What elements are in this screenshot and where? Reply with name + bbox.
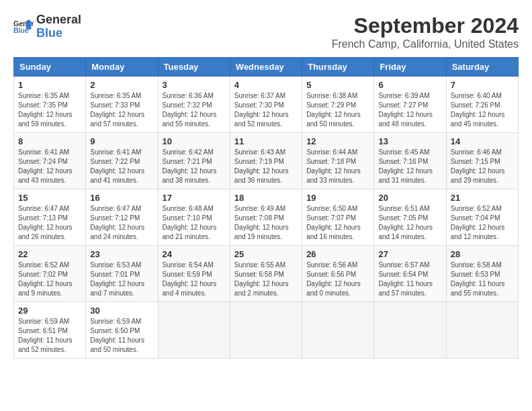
day-number: 10 xyxy=(163,136,226,146)
table-row xyxy=(374,302,446,359)
day-number: 18 xyxy=(234,193,298,203)
day-number: 6 xyxy=(378,80,441,90)
day-number: 29 xyxy=(18,306,81,316)
day-info: Sunrise: 6:59 AM Sunset: 6:50 PM Dayligh… xyxy=(90,317,153,355)
logo-line2: Blue xyxy=(36,27,81,40)
day-number: 1 xyxy=(18,80,81,90)
day-number: 9 xyxy=(90,136,153,146)
day-info: Sunrise: 6:44 AM Sunset: 7:18 PM Dayligh… xyxy=(306,148,369,185)
col-wednesday: Wednesday xyxy=(230,58,302,77)
table-row: 10 Sunrise: 6:42 AM Sunset: 7:21 PM Dayl… xyxy=(158,133,230,189)
table-row: 4 Sunrise: 6:37 AM Sunset: 7:30 PM Dayli… xyxy=(230,77,302,133)
day-info: Sunrise: 6:54 AM Sunset: 6:59 PM Dayligh… xyxy=(163,261,226,298)
day-info: Sunrise: 6:48 AM Sunset: 7:10 PM Dayligh… xyxy=(163,204,226,242)
table-row: 19 Sunrise: 6:50 AM Sunset: 7:07 PM Dayl… xyxy=(302,189,374,246)
table-row: 2 Sunrise: 6:35 AM Sunset: 7:33 PM Dayli… xyxy=(86,77,158,133)
day-info: Sunrise: 6:35 AM Sunset: 7:33 PM Dayligh… xyxy=(90,91,153,129)
table-row: 15 Sunrise: 6:47 AM Sunset: 7:13 PM Dayl… xyxy=(14,189,86,246)
day-info: Sunrise: 6:55 AM Sunset: 6:58 PM Dayligh… xyxy=(234,261,298,298)
table-row: 28 Sunrise: 6:58 AM Sunset: 6:53 PM Dayl… xyxy=(446,246,518,302)
day-info: Sunrise: 6:40 AM Sunset: 7:26 PM Dayligh… xyxy=(451,91,514,129)
table-row: 30 Sunrise: 6:59 AM Sunset: 6:50 PM Dayl… xyxy=(86,302,158,359)
table-row: 6 Sunrise: 6:39 AM Sunset: 7:27 PM Dayli… xyxy=(374,77,446,133)
day-number: 7 xyxy=(451,80,514,90)
table-row: 3 Sunrise: 6:36 AM Sunset: 7:32 PM Dayli… xyxy=(158,77,230,133)
day-number: 2 xyxy=(90,80,153,90)
table-row xyxy=(230,302,302,359)
table-row: 21 Sunrise: 6:52 AM Sunset: 7:04 PM Dayl… xyxy=(446,189,518,246)
day-info: Sunrise: 6:45 AM Sunset: 7:16 PM Dayligh… xyxy=(378,148,441,185)
logo-line1: General xyxy=(36,13,81,27)
table-row: 29 Sunrise: 6:59 AM Sunset: 6:51 PM Dayl… xyxy=(14,302,86,359)
day-number: 3 xyxy=(163,80,226,90)
logo: General Blue General Blue xyxy=(13,13,81,40)
table-row: 23 Sunrise: 6:53 AM Sunset: 7:01 PM Dayl… xyxy=(86,246,158,302)
table-row: 12 Sunrise: 6:44 AM Sunset: 7:18 PM Dayl… xyxy=(302,133,374,189)
day-number: 28 xyxy=(451,249,514,259)
day-number: 16 xyxy=(90,193,153,203)
day-number: 13 xyxy=(378,136,441,146)
day-number: 21 xyxy=(451,193,514,203)
day-info: Sunrise: 6:39 AM Sunset: 7:27 PM Dayligh… xyxy=(378,91,441,129)
day-info: Sunrise: 6:53 AM Sunset: 7:01 PM Dayligh… xyxy=(90,261,153,298)
day-info: Sunrise: 6:41 AM Sunset: 7:22 PM Dayligh… xyxy=(90,148,153,185)
day-number: 11 xyxy=(234,136,298,146)
col-thursday: Thursday xyxy=(302,58,374,77)
day-info: Sunrise: 6:41 AM Sunset: 7:24 PM Dayligh… xyxy=(18,148,81,185)
table-row: 20 Sunrise: 6:51 AM Sunset: 7:05 PM Dayl… xyxy=(374,189,446,246)
day-info: Sunrise: 6:58 AM Sunset: 6:53 PM Dayligh… xyxy=(451,261,514,298)
table-row: 13 Sunrise: 6:45 AM Sunset: 7:16 PM Dayl… xyxy=(374,133,446,189)
table-row xyxy=(446,302,518,359)
day-number: 15 xyxy=(18,193,81,203)
table-row xyxy=(158,302,230,359)
table-row: 14 Sunrise: 6:46 AM Sunset: 7:15 PM Dayl… xyxy=(446,133,518,189)
col-sunday: Sunday xyxy=(14,58,86,77)
day-number: 17 xyxy=(163,193,226,203)
day-info: Sunrise: 6:49 AM Sunset: 7:08 PM Dayligh… xyxy=(234,204,298,242)
calendar-row: 8 Sunrise: 6:41 AM Sunset: 7:24 PM Dayli… xyxy=(14,133,519,189)
day-info: Sunrise: 6:57 AM Sunset: 6:54 PM Dayligh… xyxy=(378,261,441,298)
day-number: 27 xyxy=(378,249,441,259)
col-friday: Friday xyxy=(374,58,446,77)
day-number: 4 xyxy=(234,80,298,90)
day-info: Sunrise: 6:37 AM Sunset: 7:30 PM Dayligh… xyxy=(234,91,298,129)
day-number: 14 xyxy=(451,136,514,146)
logo-text: General Blue xyxy=(36,13,81,40)
day-number: 25 xyxy=(234,249,298,259)
table-row: 11 Sunrise: 6:43 AM Sunset: 7:19 PM Dayl… xyxy=(230,133,302,189)
day-info: Sunrise: 6:56 AM Sunset: 6:56 PM Dayligh… xyxy=(306,261,369,298)
day-info: Sunrise: 6:52 AM Sunset: 7:04 PM Dayligh… xyxy=(451,204,514,242)
page-subtitle: French Camp, California, United States xyxy=(332,38,519,50)
day-info: Sunrise: 6:50 AM Sunset: 7:07 PM Dayligh… xyxy=(306,204,369,242)
table-row: 22 Sunrise: 6:52 AM Sunset: 7:02 PM Dayl… xyxy=(14,246,86,302)
table-row: 17 Sunrise: 6:48 AM Sunset: 7:10 PM Dayl… xyxy=(158,189,230,246)
day-info: Sunrise: 6:38 AM Sunset: 7:29 PM Dayligh… xyxy=(306,91,369,129)
col-saturday: Saturday xyxy=(446,58,518,77)
day-info: Sunrise: 6:43 AM Sunset: 7:19 PM Dayligh… xyxy=(234,148,298,185)
calendar-row: 22 Sunrise: 6:52 AM Sunset: 7:02 PM Dayl… xyxy=(14,246,519,302)
calendar-row: 29 Sunrise: 6:59 AM Sunset: 6:51 PM Dayl… xyxy=(14,302,519,359)
header: General Blue General Blue September 2024… xyxy=(13,13,519,50)
day-number: 19 xyxy=(306,193,369,203)
day-info: Sunrise: 6:51 AM Sunset: 7:05 PM Dayligh… xyxy=(378,204,441,242)
page-title: September 2024 xyxy=(332,13,519,38)
table-row: 16 Sunrise: 6:47 AM Sunset: 7:12 PM Dayl… xyxy=(86,189,158,246)
title-area: September 2024 French Camp, California, … xyxy=(332,13,519,50)
calendar-row: 15 Sunrise: 6:47 AM Sunset: 7:13 PM Dayl… xyxy=(14,189,519,246)
day-info: Sunrise: 6:59 AM Sunset: 6:51 PM Dayligh… xyxy=(18,317,81,355)
calendar-header-row: Sunday Monday Tuesday Wednesday Thursday… xyxy=(14,58,519,77)
calendar-row: 1 Sunrise: 6:35 AM Sunset: 7:35 PM Dayli… xyxy=(14,77,519,133)
table-row: 9 Sunrise: 6:41 AM Sunset: 7:22 PM Dayli… xyxy=(86,133,158,189)
table-row: 1 Sunrise: 6:35 AM Sunset: 7:35 PM Dayli… xyxy=(14,77,86,133)
table-row: 27 Sunrise: 6:57 AM Sunset: 6:54 PM Dayl… xyxy=(374,246,446,302)
col-tuesday: Tuesday xyxy=(158,58,230,77)
day-info: Sunrise: 6:47 AM Sunset: 7:13 PM Dayligh… xyxy=(18,204,81,242)
day-info: Sunrise: 6:47 AM Sunset: 7:12 PM Dayligh… xyxy=(90,204,153,242)
logo-icon: General Blue xyxy=(13,17,34,37)
day-info: Sunrise: 6:35 AM Sunset: 7:35 PM Dayligh… xyxy=(18,91,81,129)
day-number: 20 xyxy=(378,193,441,203)
day-info: Sunrise: 6:42 AM Sunset: 7:21 PM Dayligh… xyxy=(163,148,226,185)
table-row: 26 Sunrise: 6:56 AM Sunset: 6:56 PM Dayl… xyxy=(302,246,374,302)
table-row: 18 Sunrise: 6:49 AM Sunset: 7:08 PM Dayl… xyxy=(230,189,302,246)
day-info: Sunrise: 6:36 AM Sunset: 7:32 PM Dayligh… xyxy=(163,91,226,129)
